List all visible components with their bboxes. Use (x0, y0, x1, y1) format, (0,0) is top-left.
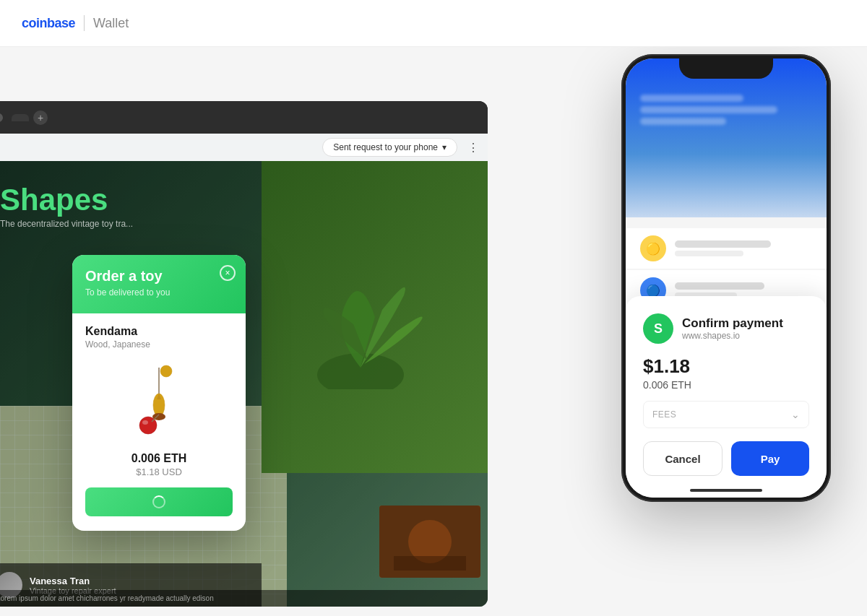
price-usd: $1.18 USD (85, 467, 233, 477)
kendama-illustration (126, 360, 191, 440)
list-text-sub-1 (675, 251, 743, 256)
photo-illustration (379, 506, 480, 578)
blurred-row-3 (640, 118, 726, 125)
confirm-site-icon: S (643, 313, 673, 344)
browser-content: Shapes The decentralized vintage toy tra… (0, 161, 488, 607)
blurred-row-2 (640, 106, 777, 113)
browser-chrome: × + (0, 101, 488, 134)
fees-label: FEES (652, 409, 676, 420)
confirm-url: www.shapes.io (682, 331, 783, 341)
sent-request-label: Sent request to your phone (333, 142, 438, 152)
confirm-amount-usd: $1.18 (643, 355, 809, 378)
laptop-section: × + Sent request to your phone ▾ ⋮ Shape… (0, 58, 491, 607)
product-image (85, 357, 233, 443)
modal-close-button[interactable]: × (220, 265, 236, 281)
wallet-label: Wallet (93, 16, 129, 31)
confirm-fees-row[interactable]: FEES ⌄ (643, 401, 809, 428)
product-type: Wood, Japanese (85, 339, 233, 350)
price-eth: 0.006 ETH (85, 452, 233, 465)
list-item-icon-1: 🟡 (640, 235, 666, 261)
phone-top-area (626, 58, 827, 217)
browser-toolbar: Sent request to your phone ▾ ⋮ (0, 134, 488, 161)
lorem-text: Lorem ipsum dolor amet chicharrones yr r… (0, 594, 477, 602)
svg-point-12 (160, 365, 172, 377)
browser-menu-icon[interactable]: ⋮ (467, 141, 479, 155)
loading-spinner (152, 495, 165, 508)
confirm-actions: Cancel Pay (643, 441, 809, 476)
coinbase-logo: coinbase (22, 16, 75, 31)
svg-rect-3 (394, 556, 466, 571)
list-text-main-1 (675, 240, 771, 248)
modal-subtitle: To be delivered to you (85, 287, 233, 298)
tab-bar: + (12, 110, 48, 125)
pay-button[interactable]: Pay (731, 441, 809, 476)
blurred-row-1 (640, 95, 743, 102)
confirm-payment-card: S Confirm payment www.shapes.io $1.18 0.… (626, 296, 827, 498)
list-text-main-2 (675, 282, 764, 290)
person-name: Vanessa Tran (30, 576, 116, 586)
list-item-text-1 (675, 240, 812, 256)
modal-title: Order a toy (85, 268, 233, 285)
plants-illustration (303, 245, 447, 389)
browser-tab[interactable] (12, 114, 29, 121)
tab-add-btn[interactable]: + (33, 110, 48, 125)
header: coinbase Wallet (0, 0, 867, 47)
confirm-title: Confirm payment (682, 316, 783, 331)
cancel-button[interactable]: Cancel (643, 441, 722, 476)
confirm-amount-eth: 0.006 ETH (643, 379, 809, 391)
chevron-down-icon: ▾ (442, 142, 447, 152)
tab-close-btn[interactable]: × (0, 113, 3, 122)
confirm-header: S Confirm payment www.shapes.io (643, 313, 809, 344)
website-title: Shapes (0, 183, 108, 217)
website-subtitle: The decentralized vintage toy tra... (0, 219, 133, 229)
laptop-frame: × + Sent request to your phone ▾ ⋮ Shape… (0, 101, 488, 607)
phone-screen: 🟡 🔵 🟢 (626, 58, 827, 498)
modal-pay-button[interactable] (85, 487, 233, 516)
logo-divider (84, 15, 85, 31)
phone-section: 🟡 🔵 🟢 (607, 54, 845, 545)
phone-list-item-1[interactable]: 🟡 (626, 228, 827, 269)
sent-request-button[interactable]: Sent request to your phone ▾ (322, 138, 457, 157)
modal-body: Kendama Wood, Japanese (72, 313, 246, 531)
phone-frame: 🟡 🔵 🟢 (621, 54, 831, 502)
svg-point-9 (142, 420, 148, 425)
modal-header: Order a toy To be delivered to you × (72, 255, 246, 313)
confirm-title-block: Confirm payment www.shapes.io (682, 316, 783, 341)
phone-notch (679, 58, 773, 79)
product-photo-block (379, 506, 480, 578)
plants-area (262, 161, 488, 473)
phone-home-bar (690, 489, 762, 492)
order-modal: Order a toy To be delivered to you × Ken… (72, 255, 246, 531)
product-name: Kendama (85, 325, 233, 338)
fees-chevron-icon: ⌄ (791, 409, 800, 420)
